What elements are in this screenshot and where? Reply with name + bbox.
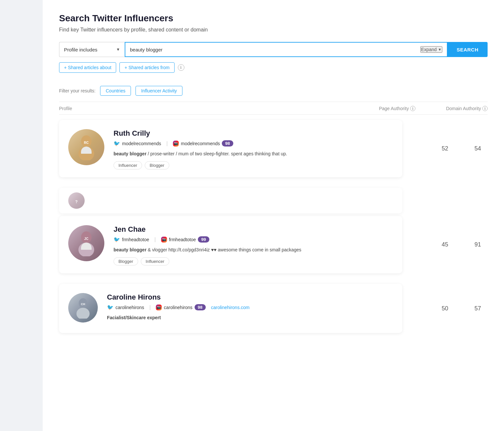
card-wrap-jen: JC Jen Chae 🐦 frmheadtotoe | xyxy=(59,216,402,273)
metrics-wrap-jen: 45 91 xyxy=(402,241,488,248)
card-info-jen: Jen Chae 🐦 frmheadtotoe | 📷 frmheadtotoe xyxy=(114,225,393,265)
avatar-image-jen: JC xyxy=(76,230,96,256)
twitter-handle-ruth: 🐦 modelrecommends xyxy=(114,140,161,147)
instagram-score: 98 xyxy=(222,140,233,147)
dropdown-arrow-icon: ▼ xyxy=(116,47,120,52)
search-type-dropdown[interactable]: Profile includes ▼ xyxy=(59,42,125,57)
avatar-partial: ? xyxy=(68,192,85,209)
website-link-caroline[interactable]: carolinehirons.com xyxy=(211,305,250,310)
column-header-page-authority: Page Authority ℹ xyxy=(350,106,415,111)
column-header-profile: Profile xyxy=(59,106,350,111)
instagram-icon-caroline: 📷 xyxy=(156,304,162,310)
search-button[interactable]: SEARCH xyxy=(448,42,488,57)
avatar-image: RC xyxy=(76,134,96,160)
card-info-ruth: Ruth Crilly 🐦 modelrecommends | 📷 modelr… xyxy=(114,129,393,169)
instagram-handle-ruth: 📷 modelrecommends 98 xyxy=(173,140,233,147)
filter-row: + Shared articles about + Shared article… xyxy=(59,62,488,73)
page-authority-value-caroline: 50 xyxy=(435,305,448,312)
separator: | xyxy=(166,141,168,147)
expand-button[interactable]: Expand ▼ xyxy=(420,46,442,53)
avatar-image-partial: ? xyxy=(72,194,81,207)
separator-jen: | xyxy=(155,237,156,243)
influencer-row-jen: JC Jen Chae 🐦 frmheadtotoe | xyxy=(59,216,488,273)
svg-point-8 xyxy=(76,308,90,319)
influencer-card-jen: JC Jen Chae 🐦 frmheadtotoe | xyxy=(59,216,402,273)
expand-label: Expand xyxy=(421,47,436,52)
card-info-caroline: Caroline Hirons 🐦 carolinehirons | 📷 car… xyxy=(107,293,393,325)
influencer-card-partial: ? xyxy=(59,188,402,213)
bio-jen: beauty blogger & vlogger http://t.co/pgd… xyxy=(114,246,393,253)
twitter-handle-caroline: 🐦 carolinehirons xyxy=(107,304,144,310)
page-wrapper: Search Twitter Influencers Find key Twit… xyxy=(0,0,504,431)
influencer-card: RC Ruth Crilly 🐦 modelrecommends | xyxy=(59,120,402,177)
bio-caroline: Facialist/Skincare expert xyxy=(107,314,393,321)
results-list: RC Ruth Crilly 🐦 modelrecommends | xyxy=(59,120,488,338)
avatar-image-caroline: CH xyxy=(75,297,91,319)
instagram-icon: 📷 xyxy=(173,141,179,147)
page-authority-info-icon[interactable]: ℹ xyxy=(410,106,415,111)
tag-influencer: Influencer xyxy=(114,161,142,169)
search-input[interactable] xyxy=(130,47,418,52)
filter-label-row: Filter your results: Countries Influence… xyxy=(59,83,488,96)
search-row: Profile includes ▼ Expand ▼ SEARCH xyxy=(59,42,488,57)
tags-row-jen: Blogger Influencer xyxy=(114,257,393,265)
search-input-wrapper: Expand ▼ xyxy=(125,42,448,57)
influencer-name: Ruth Crilly xyxy=(114,129,393,138)
page-subtitle: Find key Twitter influencers by profile,… xyxy=(59,27,488,33)
svg-text:?: ? xyxy=(75,200,77,204)
influencer-row-ruth: RC Ruth Crilly 🐦 modelrecommends | xyxy=(59,120,488,177)
column-header-domain-authority: Domain Authority ℹ xyxy=(415,106,488,111)
influencer-activity-filter-button[interactable]: Influencer Activity xyxy=(136,86,182,96)
twitter-handle-jen: 🐦 frmheadtotoe xyxy=(114,236,149,243)
bio-ruth: beauty blogger / prose-writer / mum of t… xyxy=(114,150,393,157)
tag-blogger-jen: Blogger xyxy=(114,257,138,265)
influencer-row-partial: ? xyxy=(59,188,488,213)
metrics-wrap-ruth: 52 54 xyxy=(402,145,488,152)
svg-text:CH: CH xyxy=(81,303,85,306)
influencer-name-jen: Jen Chae xyxy=(114,225,393,234)
add-shared-articles-from-button[interactable]: + Shared articles from xyxy=(119,62,174,73)
influencer-name-caroline: Caroline Hirons xyxy=(107,293,393,302)
instagram-handle-jen: 📷 frmheadtotoe 99 xyxy=(161,236,209,243)
main-content: Search Twitter Influencers Find key Twit… xyxy=(43,0,504,431)
instagram-score-jen: 99 xyxy=(198,236,209,243)
instagram-handle-caroline: 📷 carolinehirons 98 xyxy=(156,304,206,310)
influencer-row-caroline: CH Caroline Hirons 🐦 carolinehirons | xyxy=(59,284,488,333)
influencer-card-caroline: CH Caroline Hirons 🐦 carolinehirons | xyxy=(59,284,402,333)
twitter-icon: 🐦 xyxy=(114,140,120,147)
tags-row-ruth: Influencer Blogger xyxy=(114,161,393,169)
svg-text:JC: JC xyxy=(84,237,89,241)
svg-text:RC: RC xyxy=(84,141,89,145)
search-dropdown-label: Profile includes xyxy=(64,47,97,52)
tag-influencer-jen: Influencer xyxy=(141,257,169,265)
metrics-wrap-caroline: 50 57 xyxy=(402,305,488,312)
separator-caroline: | xyxy=(149,304,151,310)
domain-authority-value: 54 xyxy=(468,145,481,152)
avatar: RC xyxy=(68,129,104,165)
countries-filter-button[interactable]: Countries xyxy=(100,86,131,96)
card-wrap-ruth: RC Ruth Crilly 🐦 modelrecommends | xyxy=(59,120,402,177)
twitter-icon-jen: 🐦 xyxy=(114,236,120,243)
page-title: Search Twitter Influencers xyxy=(59,13,488,24)
domain-authority-value-jen: 91 xyxy=(468,241,481,248)
page-authority-value-jen: 45 xyxy=(435,241,448,248)
avatar-jen: JC xyxy=(68,225,104,261)
card-wrap-caroline: CH Caroline Hirons 🐦 carolinehirons | xyxy=(59,284,402,333)
filter-results-label: Filter your results: xyxy=(59,88,95,93)
info-icon[interactable]: ℹ xyxy=(178,64,184,71)
domain-authority-value-caroline: 57 xyxy=(468,305,481,312)
tag-blogger: Blogger xyxy=(145,161,169,169)
expand-arrow-icon: ▼ xyxy=(438,48,442,51)
results-table-header: Profile Page Authority ℹ Domain Authorit… xyxy=(59,102,488,115)
twitter-icon-caroline: 🐦 xyxy=(107,304,114,310)
page-authority-value: 52 xyxy=(435,145,448,152)
instagram-score-caroline: 98 xyxy=(195,304,206,310)
social-row-caroline: 🐦 carolinehirons | 📷 carolinehirons 98 c… xyxy=(107,304,393,310)
social-row-jen: 🐦 frmheadtotoe | 📷 frmheadtotoe 99 xyxy=(114,236,393,243)
add-shared-articles-about-button[interactable]: + Shared articles about xyxy=(59,62,116,73)
instagram-icon-jen: 📷 xyxy=(161,237,167,243)
domain-authority-info-icon[interactable]: ℹ xyxy=(482,106,488,111)
social-row-ruth: 🐦 modelrecommends | 📷 modelrecommends 98 xyxy=(114,140,393,147)
avatar-caroline: CH xyxy=(68,293,98,323)
